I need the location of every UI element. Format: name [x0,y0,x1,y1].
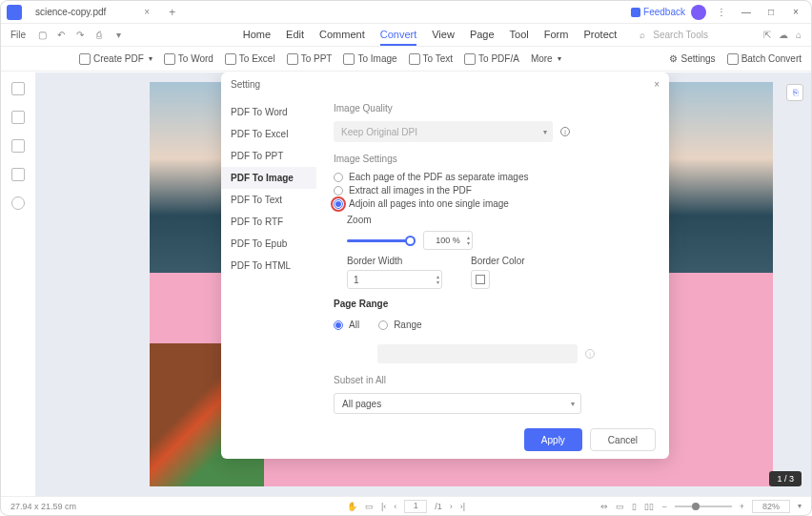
info-icon[interactable]: i [585,349,595,359]
slider-thumb[interactable] [405,236,416,246]
create-pdf-button[interactable]: Create PDF▾ [79,53,152,65]
sidebar-pdf-to-word[interactable]: PDF To Word [221,101,316,123]
sidebar-pdf-to-excel[interactable]: PDF To Excel [221,123,316,145]
select-tool-icon[interactable]: ▭ [365,502,374,511]
last-page-button[interactable]: ›| [460,502,465,511]
image-quality-select[interactable]: Keep Original DPI▾ [334,121,553,142]
word-icon [164,53,175,65]
excel-icon [225,53,236,65]
dialog-sidebar: PDF To Word PDF To Excel PDF To PPT PDF … [221,95,316,421]
bookmarks-icon[interactable] [11,111,25,124]
menu-form[interactable]: Form [544,25,569,46]
hand-tool-icon[interactable]: ✋ [347,502,357,511]
file-menu[interactable]: File [10,30,26,40]
feedback-button[interactable]: Feedback [631,7,685,17]
more-icon[interactable]: ⋮ [712,6,731,19]
border-width-input[interactable]: 1▴▾ [347,270,442,289]
comments-icon[interactable] [11,139,25,153]
subset-select[interactable]: All pages▾ [334,393,581,414]
prev-page-button[interactable]: ‹ [394,502,396,511]
pdfa-icon [464,53,476,65]
chevron-down-icon: ▾ [571,400,575,408]
settings-button[interactable]: ⚙Settings [669,53,715,64]
fit-width-icon[interactable]: ⇔ [600,502,608,511]
zoom-slider-status[interactable] [675,506,732,507]
to-pdfa-button[interactable]: To PDF/A [464,53,519,65]
search-icon[interactable]: ⌕ [639,30,645,40]
single-page-icon[interactable]: ▯ [632,502,637,511]
chevron-down-icon[interactable]: ▾ [798,502,802,510]
range-all-option[interactable]: All [334,320,359,330]
menu-view[interactable]: View [432,25,455,46]
gear-icon: ⚙ [669,53,678,64]
attachments-icon[interactable] [11,168,25,181]
dialog-close-button[interactable]: × [654,79,660,90]
to-image-button[interactable]: To Image [343,53,396,65]
app-logo-icon [7,5,22,20]
next-page-button[interactable]: › [450,502,453,511]
text-icon [409,53,420,65]
undo-icon[interactable]: ↶ [54,29,68,42]
option-separate-images[interactable]: Each page of the PDF as separate images [334,172,652,182]
to-excel-button[interactable]: To Excel [225,53,275,65]
to-text-button[interactable]: To Text [409,53,454,65]
document-viewport[interactable]: By Brooke Wells ⎘ 1 / 3 Setting × PDF To… [35,72,811,496]
page-badge-icon[interactable]: ⎘ [786,84,803,101]
sidebar-pdf-to-image[interactable]: PDF To Image [221,167,316,189]
apply-button[interactable]: Apply [524,428,582,451]
menu-protect[interactable]: Protect [583,25,617,46]
menu-page[interactable]: Page [470,25,495,46]
more-button[interactable]: More▾ [531,53,561,64]
redo-icon[interactable]: ↷ [73,29,87,42]
range-input[interactable] [377,344,578,363]
first-page-button[interactable]: |‹ [381,502,386,511]
two-page-icon[interactable]: ▯▯ [644,502,654,511]
option-adjoin-pages[interactable]: Adjoin all pages into one single image [334,198,652,209]
ppt-icon [287,53,298,65]
close-tab-icon[interactable]: × [144,7,150,17]
subset-label: Subset in All [334,375,652,385]
sidebar-pdf-to-html[interactable]: PDF To HTML [221,255,316,277]
print-icon[interactable]: ⎙ [92,29,106,42]
home-icon[interactable]: ⌂ [796,30,802,40]
fit-page-icon[interactable]: ▭ [616,502,624,511]
zoom-out-button[interactable]: − [661,502,666,511]
page-number-input[interactable]: 1 [404,500,427,513]
menu-edit[interactable]: Edit [286,25,304,46]
dropdown-icon[interactable]: ▾ [112,29,125,42]
zoom-in-button[interactable]: + [740,502,744,511]
option-extract-images[interactable]: Extract all images in the PDF [334,185,652,196]
batch-convert-button[interactable]: Batch Convert [727,53,802,65]
minimize-button[interactable]: — [737,6,756,19]
maximize-button[interactable]: □ [761,6,781,19]
user-avatar[interactable] [691,5,706,20]
thumbnails-icon[interactable] [11,82,25,95]
border-color-picker[interactable] [471,270,490,289]
menu-home[interactable]: Home [243,25,271,46]
chevron-down-icon: ▾ [543,128,547,136]
menu-tool[interactable]: Tool [510,25,529,46]
menu-comment[interactable]: Comment [319,25,365,46]
cloud-icon[interactable]: ☁ [779,30,788,40]
cancel-button[interactable]: Cancel [590,428,656,451]
save-icon[interactable]: ▢ [35,29,49,42]
share-icon[interactable]: ⇱ [763,30,771,40]
layers-icon[interactable] [11,196,25,210]
close-window-button[interactable]: × [786,6,805,19]
info-icon[interactable]: i [560,127,570,136]
zoom-percent[interactable]: 82% [752,500,790,513]
sidebar-pdf-to-rtf[interactable]: PDF To RTF [221,211,316,233]
zoom-slider[interactable] [347,239,414,242]
sidebar-pdf-to-epub[interactable]: PDF To Epub [221,233,316,255]
document-tab[interactable]: science-copy.pdf × [28,1,157,23]
sidebar-pdf-to-ppt[interactable]: PDF To PPT [221,145,316,167]
sidebar-pdf-to-text[interactable]: PDF To Text [221,189,316,211]
search-tools-input[interactable]: Search Tools [653,30,708,40]
menu-convert[interactable]: Convert [380,25,417,46]
batch-icon [727,53,739,65]
new-tab-button[interactable]: + [169,6,175,19]
range-custom-option[interactable]: Range [378,320,421,330]
to-word-button[interactable]: To Word [164,53,213,65]
zoom-input[interactable]: 100 %▴▾ [423,231,473,250]
to-ppt-button[interactable]: To PPT [287,53,333,65]
